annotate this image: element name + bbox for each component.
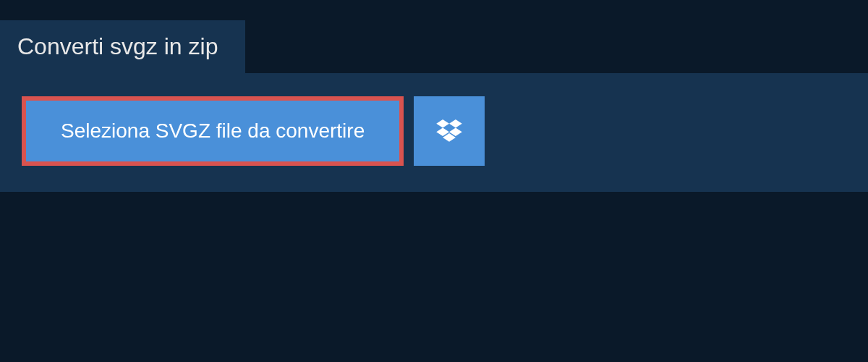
button-row: Seleziona SVGZ file da convertire xyxy=(22,96,846,166)
tab-bar: Converti svgz in zip xyxy=(0,0,868,73)
select-file-button[interactable]: Seleziona SVGZ file da convertire xyxy=(22,96,404,166)
tab-label: Converti svgz in zip xyxy=(17,33,218,59)
select-file-button-label: Seleziona SVGZ file da convertire xyxy=(61,119,365,143)
dropbox-icon xyxy=(436,119,462,143)
tab-convert[interactable]: Converti svgz in zip xyxy=(0,20,245,73)
dropbox-button[interactable] xyxy=(414,96,485,166)
upload-panel: Seleziona SVGZ file da convertire xyxy=(0,73,868,192)
